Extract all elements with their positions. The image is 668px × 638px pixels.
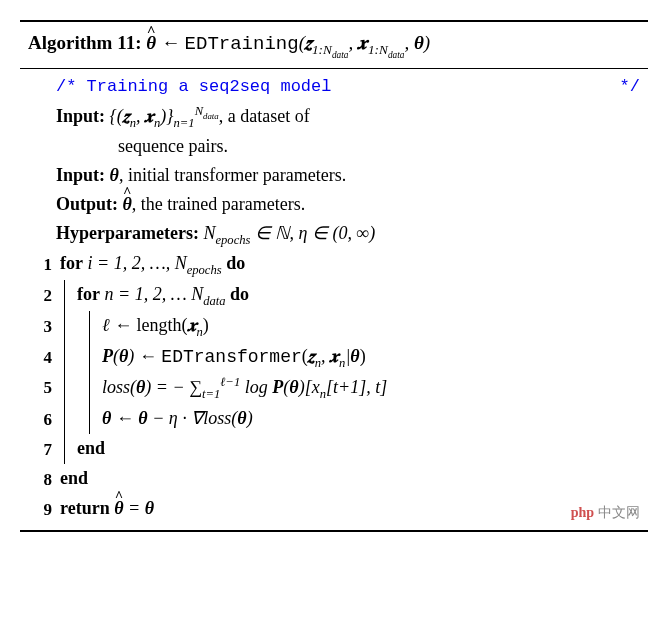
php-logo: php: [571, 502, 594, 524]
output-line: Output: θ, the trained parameters.: [28, 190, 640, 219]
algorithm-body: /* Training a seq2seq model */ Input: {(…: [20, 69, 648, 530]
code-line-1: 1 for i = 1, 2, …, Nepochs do: [28, 249, 640, 280]
code-line-7: 7 end: [28, 434, 640, 464]
watermark-text: 中文网: [598, 502, 640, 524]
algorithm-block: Algorithm 11: θ ← EDTraining(𝒛1:Ndata, 𝒙…: [20, 20, 648, 532]
algorithm-signature: θ ← EDTraining(𝒛1:Ndata, 𝒙1:Ndata, θ): [146, 32, 430, 53]
hyperparameters-line: Hyperparameters: Nepochs ∈ ℕ, η ∈ (0, ∞): [28, 219, 640, 250]
code-line-9: 9 return θ = θ: [28, 494, 640, 524]
algorithm-title-prefix: Algorithm 11:: [28, 32, 141, 53]
input-1: Input: {(𝒛n, 𝒙n)}n=1Ndata, a dataset of: [28, 101, 640, 133]
code-line-3: 3 ℓ ← length(𝒙n): [28, 311, 640, 342]
input-1-cont: sequence pairs.: [28, 132, 640, 161]
code-line-2: 2 for n = 1, 2, … Ndata do: [28, 280, 640, 311]
algorithm-header: Algorithm 11: θ ← EDTraining(𝒛1:Ndata, 𝒙…: [20, 22, 648, 69]
code-line-5: 5 loss(θ) = − ∑t=1ℓ−1 log P(θ)[xn[t+1], …: [28, 372, 640, 404]
input-2: Input: θ, initial transformer parameters…: [28, 161, 640, 190]
watermark: php 中文网: [571, 502, 640, 524]
code-line-4: 4 P(θ) ← EDTransformer(𝒛n, 𝒙n|θ): [28, 342, 640, 373]
algorithm-comment: /* Training a seq2seq model */: [28, 73, 640, 100]
code-line-6: 6 θ ← θ − η · ∇loss(θ): [28, 404, 640, 434]
